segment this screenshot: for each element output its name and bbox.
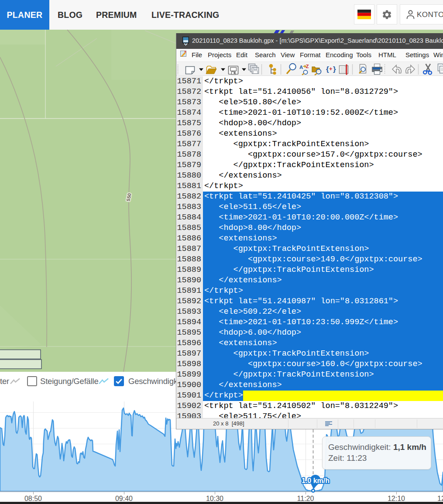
svg-text:10:30: 10:30 — [206, 495, 223, 502]
svg-text:}: } — [333, 65, 336, 73]
svg-text:1.0 km/h: 1.0 km/h — [302, 477, 330, 484]
svg-text:12:: 12: — [437, 495, 443, 502]
svg-text:12:10: 12:10 — [388, 495, 405, 502]
svg-text:Z: Z — [306, 64, 309, 69]
svg-text:11:20: 11:20 — [297, 495, 314, 502]
svg-text:+: + — [329, 65, 333, 72]
svg-text:{: { — [326, 65, 329, 73]
svg-text:08:50: 08:50 — [24, 495, 42, 502]
svg-text:09:40: 09:40 — [115, 495, 133, 502]
svg-text:A: A — [299, 65, 303, 70]
